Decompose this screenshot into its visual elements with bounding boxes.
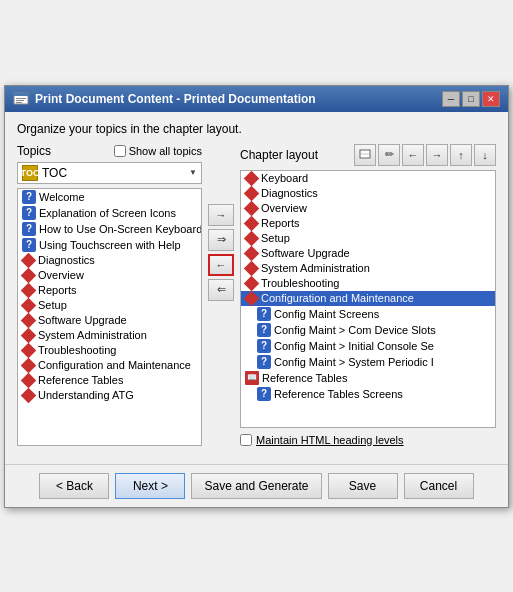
list-item[interactable]: Configuration and Maintenance <box>18 358 201 373</box>
list-item[interactable]: Troubleshooting <box>18 343 201 358</box>
table-row[interactable]: Overview <box>241 201 495 216</box>
svg-rect-3 <box>16 100 24 101</box>
svg-rect-4 <box>16 102 22 103</box>
window-icon <box>13 91 29 107</box>
back-button[interactable]: < Back <box>39 473 109 499</box>
show-all-topics[interactable]: Show all topics <box>114 145 202 157</box>
table-row[interactable]: Reports <box>241 216 495 231</box>
list-item[interactable]: Setup <box>18 298 201 313</box>
topics-header: Topics Show all topics <box>17 144 202 158</box>
save-generate-button[interactable]: Save and Generate <box>191 473 321 499</box>
dropdown-arrow-icon: ▼ <box>189 168 197 177</box>
chapter-pencil-button[interactable]: ✏ <box>378 144 400 166</box>
chapter-down-button[interactable]: ↓ <box>474 144 496 166</box>
chapter-list[interactable]: KeyboardDiagnosticsOverviewReportsSetupS… <box>240 170 496 428</box>
toc-label: TOC <box>42 166 67 180</box>
table-row[interactable]: Diagnostics <box>241 186 495 201</box>
footer: < Back Next > Save and Generate Save Can… <box>5 464 508 507</box>
table-row[interactable]: Troubleshooting <box>241 276 495 291</box>
table-row[interactable]: Keyboard <box>241 171 495 186</box>
toc-icon: TOC <box>22 165 38 181</box>
window-title: Print Document Content - Printed Documen… <box>35 92 316 106</box>
table-row[interactable]: ?Config Maint > Initial Console Se <box>241 338 495 354</box>
close-button[interactable]: ✕ <box>482 91 500 107</box>
table-row[interactable]: ?Reference Tables Screens <box>241 386 495 402</box>
list-item[interactable]: Software Upgrade <box>18 313 201 328</box>
title-bar-left: Print Document Content - Printed Documen… <box>13 91 316 107</box>
chapter-left-button[interactable]: ← <box>402 144 424 166</box>
list-item[interactable]: ?Explanation of Screen Icons <box>18 205 201 221</box>
title-bar-controls: ─ □ ✕ <box>442 91 500 107</box>
table-row[interactable]: Software Upgrade <box>241 246 495 261</box>
save-button[interactable]: Save <box>328 473 398 499</box>
table-row[interactable]: Configuration and Maintenance <box>241 291 495 306</box>
list-item[interactable]: Reference Tables <box>18 373 201 388</box>
chapter-header: Chapter layout ✏ ← → ↑ ↓ <box>240 144 496 166</box>
table-row[interactable]: ?Config Maint > System Periodic I <box>241 354 495 370</box>
remove-single-left-button[interactable]: ← <box>208 254 234 276</box>
list-item[interactable]: ?How to Use On-Screen Keyboard <box>18 221 201 237</box>
table-row[interactable]: 📖Reference Tables <box>241 370 495 386</box>
chapter-toolbar: ✏ ← → ↑ ↓ <box>354 144 496 166</box>
add-single-right-button[interactable]: → <box>208 204 234 226</box>
title-bar: Print Document Content - Printed Documen… <box>5 86 508 112</box>
add-all-right-button[interactable]: ⇒ <box>208 229 234 251</box>
table-row[interactable]: ?Config Maint > Com Device Slots <box>241 322 495 338</box>
chapter-panel: Chapter layout ✏ ← → ↑ ↓ <box>240 144 496 446</box>
chapter-label: Chapter layout <box>240 148 318 162</box>
show-all-label: Show all topics <box>129 145 202 157</box>
main-window: Print Document Content - Printed Documen… <box>4 85 509 508</box>
table-row[interactable]: Setup <box>241 231 495 246</box>
topics-list[interactable]: ?Welcome?Explanation of Screen Icons?How… <box>17 188 202 446</box>
toc-dropdown-left: TOC TOC <box>22 165 67 181</box>
list-item[interactable]: System Administration <box>18 328 201 343</box>
remove-all-left-button[interactable]: ⇐ <box>208 279 234 301</box>
chapter-edit-button[interactable] <box>354 144 376 166</box>
list-item[interactable]: Diagnostics <box>18 253 201 268</box>
list-item[interactable]: ?Welcome <box>18 189 201 205</box>
transfer-arrows: → ⇒ ← ⇐ <box>202 144 240 301</box>
table-row[interactable]: System Administration <box>241 261 495 276</box>
maintain-html-checkbox[interactable] <box>240 434 252 446</box>
cancel-button[interactable]: Cancel <box>404 473 474 499</box>
svg-rect-1 <box>14 93 28 96</box>
topics-label: Topics <box>17 144 51 158</box>
maximize-button[interactable]: □ <box>462 91 480 107</box>
minimize-button[interactable]: ─ <box>442 91 460 107</box>
list-item[interactable]: Overview <box>18 268 201 283</box>
chapter-up-button[interactable]: ↑ <box>450 144 472 166</box>
maintain-label[interactable]: Maintain HTML heading levels <box>256 434 404 446</box>
list-item[interactable]: Understanding ATG <box>18 388 201 403</box>
maintain-row: Maintain HTML heading levels <box>240 434 496 446</box>
toc-dropdown[interactable]: TOC TOC ▼ <box>17 162 202 184</box>
dialog-content: Organize your topics in the chapter layo… <box>5 112 508 456</box>
svg-rect-2 <box>16 98 26 99</box>
list-item[interactable]: ?Using Touchscreen with Help <box>18 237 201 253</box>
next-button[interactable]: Next > <box>115 473 185 499</box>
panels-row: Topics Show all topics TOC TOC ▼ ?Welcom… <box>17 144 496 446</box>
instruction-text: Organize your topics in the chapter layo… <box>17 122 496 136</box>
show-all-checkbox[interactable] <box>114 145 126 157</box>
topics-panel: Topics Show all topics TOC TOC ▼ ?Welcom… <box>17 144 202 446</box>
chapter-right-button[interactable]: → <box>426 144 448 166</box>
list-item[interactable]: Reports <box>18 283 201 298</box>
table-row[interactable]: ?Config Maint Screens <box>241 306 495 322</box>
